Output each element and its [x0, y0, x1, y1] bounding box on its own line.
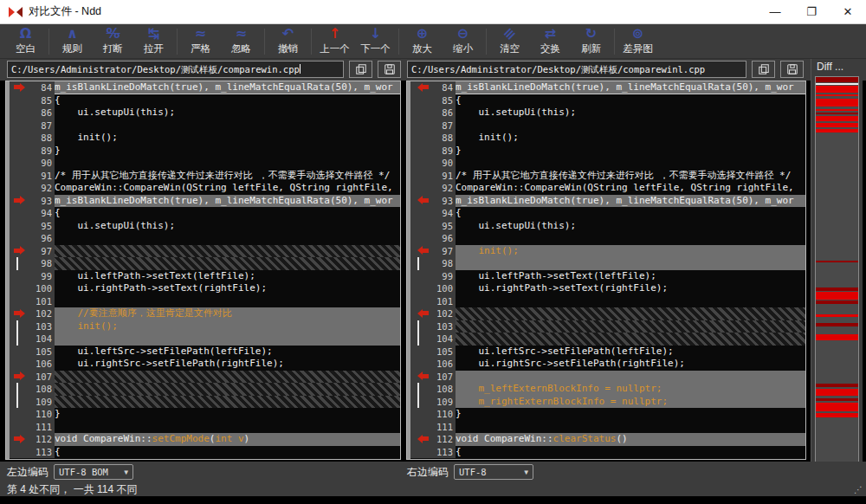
code-text[interactable] [55, 295, 400, 308]
next-diff-icon: ↓ [370, 27, 381, 42]
refresh-button[interactable]: ↻刷新 [571, 25, 611, 58]
code-text[interactable]: } [456, 408, 805, 421]
code-text[interactable]: init(); [456, 132, 805, 145]
undo-button[interactable]: ↶撤销 [268, 25, 308, 58]
code-text[interactable]: m_rightExternBlockInfo = nullptr; [456, 396, 805, 409]
code-text[interactable] [456, 232, 805, 245]
left-encoding-select[interactable]: UTF-8 BOM▼ [54, 464, 133, 480]
zoom-in-button[interactable]: ⊕放大 [402, 25, 443, 58]
code-text[interactable]: { [55, 207, 400, 220]
code-text[interactable]: m_isBlankLineDoMatch(true), m_lineMatchE… [55, 81, 400, 94]
code-text[interactable]: { [55, 94, 400, 107]
code-text[interactable]: { [456, 94, 805, 107]
code-text[interactable]: m_isBlankLineDoMatch(true), m_lineMatchE… [55, 195, 400, 208]
code-text[interactable]: m_isBlankLineDoMatch(true), m_lineMatchE… [456, 195, 805, 208]
code-text[interactable]: } [55, 408, 400, 421]
code-text[interactable]: ui.setupUi(this); [55, 220, 400, 233]
code-text[interactable]: void CompareWin::setCmpMode(int v) [55, 433, 400, 446]
code-text[interactable]: init(); [456, 245, 805, 258]
code-text[interactable]: ui.rightSrc->setFilePath(rightFile); [55, 358, 400, 371]
code-text[interactable]: { [55, 446, 400, 459]
swap-button[interactable]: ⇄交换 [530, 25, 571, 58]
code-line: 101 [10, 295, 400, 308]
diff-map-button[interactable]: ⊚差异图 [617, 25, 658, 58]
code-text[interactable]: ui.setupUi(this); [456, 107, 805, 120]
code-text[interactable]: ui.leftPath->setText(leftFile); [456, 270, 805, 283]
line-number: 104 [30, 333, 55, 346]
minimize-button[interactable]: — [757, 0, 793, 23]
ignore-button[interactable]: ≈忽略 [221, 25, 262, 58]
code-text[interactable] [456, 295, 805, 308]
code-text[interactable]: ui.leftSrc->setFilePath(leftFile); [55, 346, 400, 359]
diff-map[interactable] [815, 76, 859, 473]
rules-button[interactable]: ∧规则 [52, 25, 93, 58]
code-text[interactable]: /* 用于从其它地方直接传递文件过来进行对比 ，不需要手动选择文件路径 */ [55, 170, 400, 183]
code-text[interactable]: ui.setupUi(this); [456, 220, 805, 233]
gutter-spacer [410, 120, 431, 132]
code-text[interactable] [456, 421, 805, 434]
code-text[interactable] [55, 120, 400, 132]
code-text[interactable]: m_leftExternBlockInfo = nullptr; [456, 383, 805, 396]
next-diff-button[interactable]: ↓下一个 [355, 25, 396, 58]
code-text[interactable]: { [456, 207, 805, 220]
close-button[interactable]: ✕ [830, 0, 866, 23]
code-text[interactable] [55, 157, 400, 170]
code-text[interactable] [456, 307, 805, 320]
resize-grip-icon[interactable]: ⋰ [854, 485, 863, 494]
code-line: 100 ui.rightPath->setText(rightFile); [410, 282, 805, 295]
pull-apart-button[interactable]: ↹拉开 [133, 25, 174, 58]
blank-button[interactable]: Ω空白 [5, 25, 46, 58]
code-line: 99 ui.leftPath->setText(leftFile); [410, 270, 805, 283]
right-path-input[interactable]: C:/Users/Administrator/Desktop/测试样板/comp… [407, 61, 746, 78]
code-text[interactable]: CompareWin::CompareWin(QString leftFile,… [55, 182, 400, 195]
code-text[interactable]: ui.rightPath->setText(rightFile); [55, 282, 400, 295]
code-text[interactable]: ui.leftPath->setText(leftFile); [55, 270, 400, 283]
previous-diff-button[interactable]: ↑上一个 [314, 25, 355, 58]
code-text[interactable] [456, 120, 805, 132]
right-save-button[interactable] [780, 61, 804, 78]
code-text[interactable] [55, 245, 400, 258]
code-text[interactable]: /* 用于从其它地方直接传递文件过来进行对比 ，不需要手动选择文件路径 */ [456, 170, 805, 183]
code-text[interactable] [55, 232, 400, 245]
right-browse-button[interactable] [752, 61, 775, 78]
code-text[interactable]: m_isBlankLineDoMatch(true), m_lineMatchE… [456, 81, 805, 94]
code-text[interactable]: //要注意顺序，这里肯定是文件对比 [55, 307, 400, 320]
code-text[interactable]: } [55, 145, 400, 158]
code-text[interactable]: ui.leftSrc->setFilePath(leftFile); [456, 346, 805, 359]
strict-button[interactable]: ≈严格 [180, 25, 221, 58]
code-text[interactable] [456, 333, 805, 346]
diff-arrow-icon [410, 371, 431, 384]
code-text[interactable] [55, 383, 400, 396]
left-browse-button[interactable] [349, 61, 372, 78]
code-text[interactable] [456, 257, 805, 270]
code-text[interactable]: CompareWin::CompareWin(QString leftFile,… [456, 182, 805, 195]
code-text[interactable] [55, 333, 400, 346]
maximize-button[interactable]: ❐ [793, 0, 830, 23]
code-text[interactable] [55, 257, 400, 270]
clear-button[interactable]: ≡清空 [489, 25, 530, 58]
right-encoding-select[interactable]: UTF-8▼ [454, 464, 533, 480]
break-button[interactable]: %打断 [93, 25, 133, 58]
code-text[interactable]: init(); [55, 132, 400, 145]
code-text[interactable] [456, 320, 805, 333]
left-save-button[interactable] [378, 61, 401, 78]
code-line: 98 [410, 257, 805, 270]
code-text[interactable] [456, 157, 805, 170]
code-text[interactable]: ui.rightSrc->setFilePath(rightFile); [456, 358, 805, 371]
code-text[interactable] [55, 421, 400, 434]
code-text[interactable]: ui.setupUi(this); [55, 107, 400, 120]
code-text[interactable] [456, 371, 805, 384]
code-text[interactable] [55, 396, 400, 409]
code-text[interactable]: ui.rightPath->setText(rightFile); [456, 282, 805, 295]
toolbar-label: 放大 [412, 42, 432, 55]
code-text[interactable]: init(); [55, 320, 400, 333]
code-text[interactable]: void CompareWin::clearStatus() [456, 433, 805, 446]
code-line: 93m_isBlankLineDoMatch(true), m_lineMatc… [10, 195, 400, 208]
code-text[interactable]: { [456, 446, 805, 459]
zoom-out-button[interactable]: ⊖缩小 [443, 25, 483, 58]
code-text[interactable]: } [456, 145, 805, 158]
left-path-input[interactable]: C:/Users/Administrator/Desktop/测试样板/comp… [7, 61, 344, 78]
code-text[interactable] [55, 371, 400, 384]
left-path-group: C:/Users/Administrator/Desktop/测试样板/comp… [7, 61, 401, 78]
gutter-spacer [10, 295, 30, 308]
